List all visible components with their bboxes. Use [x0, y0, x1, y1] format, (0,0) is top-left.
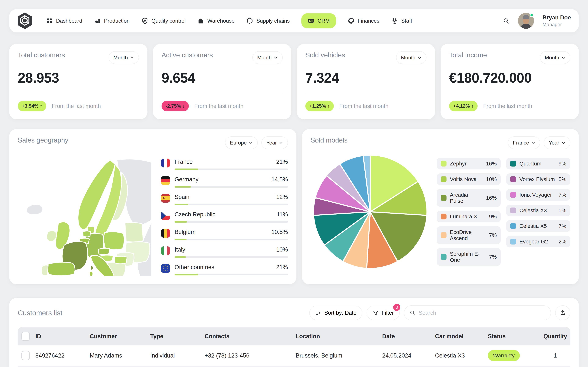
- divider: [162, 94, 283, 94]
- country-value: 10%: [276, 246, 288, 253]
- list-item: Italy10%: [161, 246, 288, 258]
- people-icon: [391, 17, 398, 24]
- warehouse-icon: [197, 17, 204, 24]
- user-avatar[interactable]: [518, 13, 534, 29]
- stat-note: From the last month: [194, 103, 243, 109]
- select-all-checkbox[interactable]: [21, 332, 30, 341]
- table-row[interactable]: 849276422 Mary Adams Individual +32 (78)…: [18, 345, 570, 366]
- region-dropdown[interactable]: Europe: [225, 136, 258, 149]
- delta-badge: +1,25% ↑: [305, 101, 334, 111]
- stat-card-active-customers: Active customers Month 9.654 -2,75% ↓ Fr…: [153, 44, 291, 119]
- chevron-down-icon: [249, 141, 253, 145]
- nav-right: Bryan Doe Manager: [503, 13, 571, 29]
- column-header-status: Status: [488, 333, 541, 340]
- divider: [18, 94, 139, 94]
- nav-item-crm[interactable]: CRM: [301, 13, 336, 28]
- legend-item: Quantum9%: [506, 158, 570, 169]
- sold-models-title: Sold models: [311, 136, 348, 144]
- customers-list-title: Customers list: [18, 309, 62, 317]
- legend-item: Ionix Voyager7%: [506, 189, 570, 201]
- country-name: Czech Republic: [174, 211, 215, 218]
- legend-item: Celestia X35%: [506, 205, 570, 216]
- column-header-location: Location: [296, 333, 382, 340]
- country-value: 21%: [276, 158, 288, 165]
- stat-title: Total income: [449, 51, 487, 59]
- sort-icon: [315, 310, 321, 316]
- crm-dashboard-page: Dashboard Production Quality control War…: [0, 0, 588, 367]
- country-dropdown[interactable]: France: [508, 136, 540, 149]
- country-value: 14,5%: [271, 176, 288, 183]
- period-dropdown[interactable]: Month: [540, 51, 571, 64]
- cell-quantity: 1: [541, 352, 569, 359]
- nav-item-quality-control[interactable]: Quality control: [141, 17, 186, 24]
- search-icon: [409, 310, 415, 316]
- arrow-down-icon: ↓: [182, 103, 185, 109]
- cell-id: 849276422: [35, 352, 90, 359]
- status-badge: Warranty: [488, 350, 520, 361]
- search-icon: [503, 17, 510, 24]
- search-field[interactable]: [404, 305, 551, 320]
- legend-item: Voltis Nova10%: [437, 173, 501, 185]
- country-name: Belgium: [174, 229, 196, 235]
- table-header-row: ID Customer Type Contacts Location Date …: [18, 327, 570, 345]
- nav-item-finances[interactable]: Finances: [348, 17, 380, 24]
- country-value: 12%: [276, 194, 288, 200]
- country-value: 11%: [277, 211, 288, 218]
- sold-models-pie-chart: [311, 152, 430, 271]
- column-header-id: ID: [35, 333, 90, 340]
- legend-item: EcoDrive Ascend7%: [437, 226, 501, 244]
- sales-geography-card: Sales geography Europe Year: [9, 129, 296, 284]
- flag-belgium-icon: [161, 229, 170, 238]
- list-item: Spain12%: [161, 194, 288, 205]
- period-dropdown[interactable]: Month: [396, 51, 427, 64]
- export-button[interactable]: [555, 305, 570, 320]
- nav-label: Warehouse: [207, 18, 234, 24]
- legend-item: Luminara X9%: [437, 211, 501, 222]
- country-name: France: [174, 158, 193, 165]
- stat-note: From the last month: [483, 103, 532, 109]
- arrow-up-icon: ↑: [40, 103, 42, 109]
- table-row[interactable]: 549766421 Jonathan Doe Individual jonath…: [18, 366, 570, 367]
- list-item: Germany14,5%: [161, 176, 288, 188]
- user-role: Manager: [543, 22, 571, 27]
- chevron-down-icon: [279, 141, 283, 145]
- country-name: Other countries: [174, 264, 214, 270]
- period-dropdown[interactable]: Month: [252, 51, 283, 64]
- flag-spain-icon: [161, 194, 170, 203]
- period-dropdown[interactable]: Month: [109, 51, 139, 64]
- delta-badge: -2,75% ↓: [162, 101, 189, 111]
- stat-value: 7.324: [305, 70, 426, 86]
- search-button[interactable]: [503, 17, 510, 24]
- period-dropdown[interactable]: Year: [544, 136, 570, 149]
- nav-item-dashboard[interactable]: Dashboard: [46, 17, 82, 24]
- nav-label: Finances: [358, 18, 380, 24]
- legend-item: Seraphim E-One7%: [437, 248, 501, 266]
- nav-item-warehouse[interactable]: Warehouse: [197, 17, 234, 24]
- row-checkbox[interactable]: [21, 351, 30, 360]
- legend-swatch: [510, 223, 516, 229]
- legend-swatch: [441, 161, 447, 167]
- chevron-down-icon: [418, 56, 422, 60]
- nav-label: Supply chains: [256, 18, 290, 24]
- column-header-type: Type: [150, 333, 205, 340]
- nav-item-production[interactable]: Production: [94, 17, 130, 24]
- nav-label: Dashboard: [56, 18, 82, 24]
- chevron-down-icon: [561, 141, 565, 145]
- list-item: Czech Republic11%: [161, 211, 288, 223]
- column-header-quantity: Quantity: [541, 333, 569, 340]
- arrow-up-icon: ↑: [327, 103, 330, 109]
- nav-item-supply-chains[interactable]: Supply chains: [246, 17, 290, 24]
- chevron-down-icon: [130, 56, 134, 60]
- legend-item: Vortex Elysium5%: [506, 173, 570, 185]
- nav-menu: Dashboard Production Quality control War…: [46, 13, 412, 28]
- app-logo-icon[interactable]: [17, 13, 33, 29]
- customers-list-card: Customers list Sort by: Date Filter 3: [9, 298, 579, 367]
- sold-models-card: Sold models France Year Zephyr16% Voltis…: [302, 129, 579, 284]
- sort-button[interactable]: Sort by: Date: [309, 306, 362, 320]
- chevron-down-icon: [531, 141, 535, 145]
- period-dropdown[interactable]: Year: [261, 136, 288, 149]
- nav-item-staff[interactable]: Staff: [391, 17, 412, 24]
- user-info[interactable]: Bryan Doe Manager: [543, 14, 571, 27]
- search-input[interactable]: [419, 310, 545, 316]
- filter-button[interactable]: Filter 3: [367, 306, 400, 320]
